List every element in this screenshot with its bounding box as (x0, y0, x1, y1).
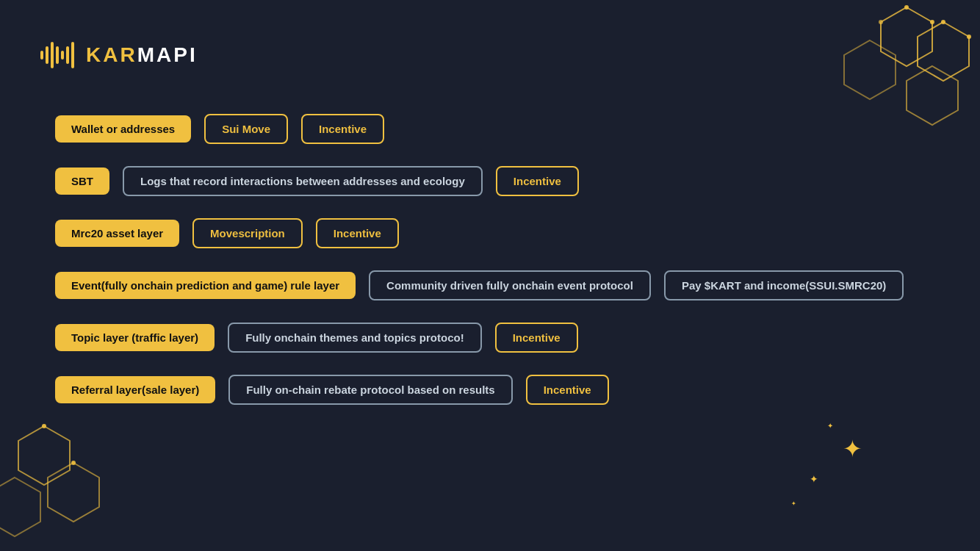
svg-rect-18 (61, 51, 64, 60)
svg-rect-17 (56, 46, 59, 64)
row-6: Referral layer(sale layer) Fully on-chai… (55, 375, 925, 405)
svg-point-13 (71, 461, 76, 465)
logo-text: KARMAPI (86, 43, 198, 67)
logs-interactions-pill[interactable]: Logs that record interactions between ad… (123, 166, 483, 196)
svg-rect-16 (51, 42, 54, 68)
svg-rect-20 (71, 42, 74, 68)
row-2: SBT Logs that record interactions betwee… (55, 166, 925, 196)
mrc20-asset-pill[interactable]: Mrc20 asset layer (55, 220, 179, 247)
fully-onchain-rebate-pill[interactable]: Fully on-chain rebate protocol based on … (228, 375, 512, 405)
logo: KARMAPI (40, 40, 198, 70)
incentive-3-pill[interactable]: Incentive (316, 218, 399, 248)
main-content: Wallet or addresses Sui Move Incentive S… (55, 114, 925, 427)
svg-rect-15 (46, 46, 48, 64)
wallet-addresses-pill[interactable]: Wallet or addresses (55, 115, 191, 143)
incentive-2-pill[interactable]: Incentive (496, 166, 579, 196)
svg-point-5 (930, 20, 934, 24)
svg-marker-11 (0, 478, 40, 536)
svg-marker-10 (48, 463, 99, 522)
sui-move-pill[interactable]: Sui Move (204, 114, 288, 144)
pay-kart-pill[interactable]: Pay $KART and income(SSUI.SMRC20) (664, 270, 904, 300)
row-5: Topic layer (traffic layer) Fully onchai… (55, 323, 925, 353)
sbt-pill[interactable]: SBT (55, 168, 109, 195)
referral-layer-pill[interactable]: Referral layer(sale layer) (55, 376, 215, 403)
row-3: Mrc20 asset layer Movescription Incentiv… (55, 218, 925, 248)
svg-marker-9 (18, 426, 70, 485)
svg-point-6 (941, 20, 945, 24)
star-decoration-1: ✦ (843, 435, 862, 463)
svg-marker-2 (844, 40, 896, 99)
row-4: Event(fully onchain prediction and game)… (55, 270, 925, 300)
row-1: Wallet or addresses Sui Move Incentive (55, 114, 925, 144)
topic-layer-pill[interactable]: Topic layer (traffic layer) (55, 324, 215, 351)
incentive-1-pill[interactable]: Incentive (301, 114, 384, 144)
movescription-pill[interactable]: Movescription (192, 218, 303, 248)
star-decoration-2: ✦ (810, 473, 818, 485)
event-layer-pill[interactable]: Event(fully onchain prediction and game)… (55, 272, 356, 299)
svg-point-12 (42, 424, 46, 428)
svg-point-7 (967, 35, 971, 39)
star-decoration-4: ✦ (791, 500, 796, 507)
incentive-5-pill[interactable]: Incentive (526, 375, 609, 405)
svg-marker-0 (881, 7, 932, 66)
svg-marker-1 (918, 22, 969, 81)
fully-onchain-themes-pill[interactable]: Fully onchain themes and topics protoco! (228, 323, 482, 353)
community-driven-pill[interactable]: Community driven fully onchain event pro… (369, 270, 651, 300)
svg-point-4 (904, 5, 909, 10)
incentive-4-pill[interactable]: Incentive (495, 323, 578, 353)
svg-point-8 (879, 20, 883, 24)
svg-rect-14 (40, 51, 43, 60)
logo-icon (40, 40, 77, 70)
svg-rect-19 (66, 46, 69, 64)
